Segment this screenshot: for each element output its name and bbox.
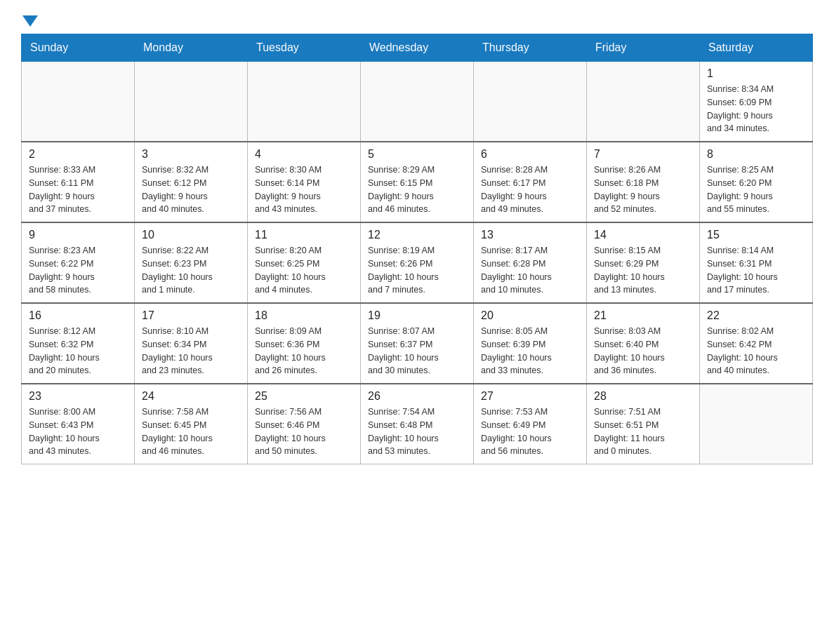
day-number: 19 <box>368 309 466 322</box>
calendar-cell: 8Sunrise: 8:25 AM Sunset: 6:20 PM Daylig… <box>700 142 813 222</box>
day-number: 14 <box>594 229 692 241</box>
day-info: Sunrise: 7:51 AM Sunset: 6:51 PM Dayligh… <box>594 405 692 458</box>
day-info: Sunrise: 8:29 AM Sunset: 6:15 PM Dayligh… <box>368 163 466 216</box>
day-number: 1 <box>707 67 805 80</box>
day-info: Sunrise: 8:12 AM Sunset: 6:32 PM Dayligh… <box>29 325 127 377</box>
day-number: 26 <box>368 390 466 403</box>
day-info: Sunrise: 8:23 AM Sunset: 6:22 PM Dayligh… <box>29 244 127 297</box>
header <box>21 14 813 22</box>
calendar-cell: 2Sunrise: 8:33 AM Sunset: 6:11 PM Daylig… <box>22 142 135 222</box>
calendar-cell: 26Sunrise: 7:54 AM Sunset: 6:48 PM Dayli… <box>361 384 474 464</box>
day-number: 13 <box>481 229 579 241</box>
calendar-cell: 5Sunrise: 8:29 AM Sunset: 6:15 PM Daylig… <box>361 142 474 222</box>
day-info: Sunrise: 8:34 AM Sunset: 6:09 PM Dayligh… <box>707 83 805 135</box>
calendar-cell: 22Sunrise: 8:02 AM Sunset: 6:42 PM Dayli… <box>700 303 813 384</box>
calendar-cell: 15Sunrise: 8:14 AM Sunset: 6:31 PM Dayli… <box>700 222 813 303</box>
calendar-cell: 6Sunrise: 8:28 AM Sunset: 6:17 PM Daylig… <box>474 142 587 222</box>
header-day-saturday: Saturday <box>700 34 813 62</box>
calendar-week-1: 1Sunrise: 8:34 AM Sunset: 6:09 PM Daylig… <box>22 62 813 142</box>
calendar-cell: 16Sunrise: 8:12 AM Sunset: 6:32 PM Dayli… <box>22 303 135 384</box>
calendar-cell: 12Sunrise: 8:19 AM Sunset: 6:26 PM Dayli… <box>361 222 474 303</box>
calendar-cell: 11Sunrise: 8:20 AM Sunset: 6:25 PM Dayli… <box>248 222 361 303</box>
day-info: Sunrise: 8:20 AM Sunset: 6:25 PM Dayligh… <box>255 244 353 297</box>
header-row: SundayMondayTuesdayWednesdayThursdayFrid… <box>22 34 813 62</box>
calendar-header: SundayMondayTuesdayWednesdayThursdayFrid… <box>22 34 813 62</box>
logo-arrow-icon <box>22 15 38 27</box>
day-number: 22 <box>707 309 805 322</box>
calendar-week-3: 9Sunrise: 8:23 AM Sunset: 6:22 PM Daylig… <box>22 222 813 303</box>
calendar-body: 1Sunrise: 8:34 AM Sunset: 6:09 PM Daylig… <box>22 62 813 464</box>
header-day-sunday: Sunday <box>22 34 135 62</box>
calendar-cell <box>248 62 361 142</box>
calendar-cell: 14Sunrise: 8:15 AM Sunset: 6:29 PM Dayli… <box>587 222 700 303</box>
logo-line1 <box>21 14 38 25</box>
calendar-cell <box>700 384 813 464</box>
day-number: 21 <box>594 309 692 322</box>
day-number: 7 <box>594 148 692 161</box>
day-number: 28 <box>594 390 692 403</box>
day-number: 10 <box>142 229 240 241</box>
header-day-wednesday: Wednesday <box>361 34 474 62</box>
header-day-friday: Friday <box>587 34 700 62</box>
calendar-cell: 9Sunrise: 8:23 AM Sunset: 6:22 PM Daylig… <box>22 222 135 303</box>
calendar-cell <box>474 62 587 142</box>
day-number: 17 <box>142 309 240 322</box>
day-info: Sunrise: 7:54 AM Sunset: 6:48 PM Dayligh… <box>368 405 466 458</box>
calendar-cell <box>361 62 474 142</box>
day-number: 5 <box>368 148 466 161</box>
day-info: Sunrise: 8:02 AM Sunset: 6:42 PM Dayligh… <box>707 325 805 377</box>
day-info: Sunrise: 8:26 AM Sunset: 6:18 PM Dayligh… <box>594 163 692 216</box>
calendar-cell: 17Sunrise: 8:10 AM Sunset: 6:34 PM Dayli… <box>135 303 248 384</box>
day-number: 2 <box>29 148 127 161</box>
day-number: 24 <box>142 390 240 403</box>
day-number: 12 <box>368 229 466 241</box>
day-info: Sunrise: 7:58 AM Sunset: 6:45 PM Dayligh… <box>142 405 240 458</box>
calendar-cell: 18Sunrise: 8:09 AM Sunset: 6:36 PM Dayli… <box>248 303 361 384</box>
day-info: Sunrise: 8:07 AM Sunset: 6:37 PM Dayligh… <box>368 325 466 377</box>
day-number: 6 <box>481 148 579 161</box>
calendar-cell <box>135 62 248 142</box>
day-info: Sunrise: 8:14 AM Sunset: 6:31 PM Dayligh… <box>707 244 805 297</box>
calendar-cell: 3Sunrise: 8:32 AM Sunset: 6:12 PM Daylig… <box>135 142 248 222</box>
day-number: 4 <box>255 148 353 161</box>
calendar-week-5: 23Sunrise: 8:00 AM Sunset: 6:43 PM Dayli… <box>22 384 813 464</box>
calendar-cell: 25Sunrise: 7:56 AM Sunset: 6:46 PM Dayli… <box>248 384 361 464</box>
calendar-cell: 10Sunrise: 8:22 AM Sunset: 6:23 PM Dayli… <box>135 222 248 303</box>
calendar-cell: 27Sunrise: 7:53 AM Sunset: 6:49 PM Dayli… <box>474 384 587 464</box>
calendar-cell: 23Sunrise: 8:00 AM Sunset: 6:43 PM Dayli… <box>22 384 135 464</box>
calendar-cell: 4Sunrise: 8:30 AM Sunset: 6:14 PM Daylig… <box>248 142 361 222</box>
calendar-cell: 28Sunrise: 7:51 AM Sunset: 6:51 PM Dayli… <box>587 384 700 464</box>
day-info: Sunrise: 8:03 AM Sunset: 6:40 PM Dayligh… <box>594 325 692 377</box>
day-info: Sunrise: 8:19 AM Sunset: 6:26 PM Dayligh… <box>368 244 466 297</box>
calendar-table: SundayMondayTuesdayWednesdayThursdayFrid… <box>21 34 813 464</box>
day-info: Sunrise: 8:25 AM Sunset: 6:20 PM Dayligh… <box>707 163 805 216</box>
day-info: Sunrise: 8:00 AM Sunset: 6:43 PM Dayligh… <box>29 405 127 458</box>
day-info: Sunrise: 8:05 AM Sunset: 6:39 PM Dayligh… <box>481 325 579 377</box>
day-info: Sunrise: 7:53 AM Sunset: 6:49 PM Dayligh… <box>481 405 579 458</box>
day-info: Sunrise: 8:32 AM Sunset: 6:12 PM Dayligh… <box>142 163 240 216</box>
day-number: 23 <box>29 390 127 403</box>
day-info: Sunrise: 8:22 AM Sunset: 6:23 PM Dayligh… <box>142 244 240 297</box>
day-info: Sunrise: 8:10 AM Sunset: 6:34 PM Dayligh… <box>142 325 240 377</box>
day-number: 27 <box>481 390 579 403</box>
day-info: Sunrise: 8:30 AM Sunset: 6:14 PM Dayligh… <box>255 163 353 216</box>
day-info: Sunrise: 8:28 AM Sunset: 6:17 PM Dayligh… <box>481 163 579 216</box>
calendar-cell: 21Sunrise: 8:03 AM Sunset: 6:40 PM Dayli… <box>587 303 700 384</box>
calendar-cell: 24Sunrise: 7:58 AM Sunset: 6:45 PM Dayli… <box>135 384 248 464</box>
header-day-tuesday: Tuesday <box>248 34 361 62</box>
day-number: 25 <box>255 390 353 403</box>
day-number: 9 <box>29 229 127 241</box>
day-number: 20 <box>481 309 579 322</box>
day-number: 15 <box>707 229 805 241</box>
logo <box>21 14 38 22</box>
calendar-cell: 20Sunrise: 8:05 AM Sunset: 6:39 PM Dayli… <box>474 303 587 384</box>
day-number: 8 <box>707 148 805 161</box>
calendar-week-4: 16Sunrise: 8:12 AM Sunset: 6:32 PM Dayli… <box>22 303 813 384</box>
calendar-cell <box>587 62 700 142</box>
day-info: Sunrise: 8:09 AM Sunset: 6:36 PM Dayligh… <box>255 325 353 377</box>
calendar-cell: 1Sunrise: 8:34 AM Sunset: 6:09 PM Daylig… <box>700 62 813 142</box>
day-number: 3 <box>142 148 240 161</box>
calendar-cell: 7Sunrise: 8:26 AM Sunset: 6:18 PM Daylig… <box>587 142 700 222</box>
day-info: Sunrise: 8:33 AM Sunset: 6:11 PM Dayligh… <box>29 163 127 216</box>
calendar-cell <box>22 62 135 142</box>
